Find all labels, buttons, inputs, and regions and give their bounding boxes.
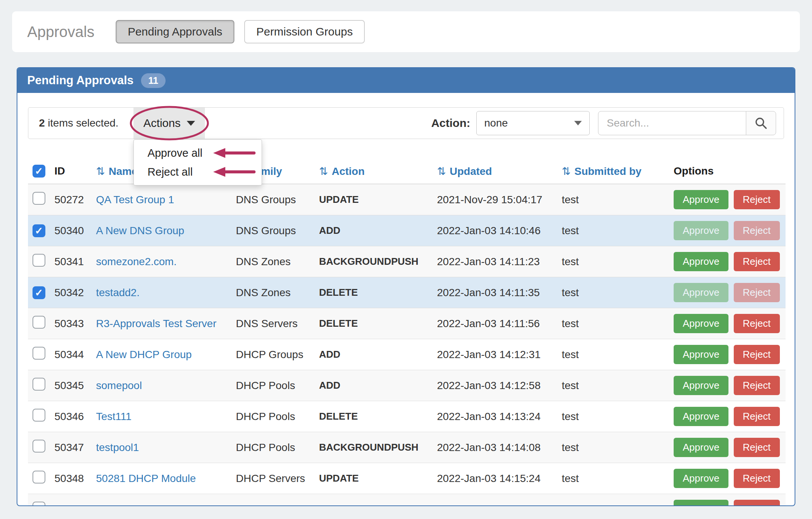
row-updated: 2022-Jan-03 14:10:46	[432, 215, 557, 246]
approve-button[interactable]: Approve	[674, 252, 728, 271]
row-name-link[interactable]: Test Group	[96, 504, 148, 507]
actions-dropdown-button[interactable]: Actions	[133, 108, 205, 139]
row-family: DHCP Groups	[231, 494, 315, 507]
approve-button[interactable]: Approve	[674, 469, 728, 488]
reject-button[interactable]: Reject	[734, 283, 780, 302]
row-updated: 2022-Jan-03 14:12:58	[432, 370, 557, 401]
sort-icon: ⇅	[562, 165, 570, 177]
table-row: 50344 A New DHCP Group DHCP Groups ADD 2…	[28, 339, 786, 370]
approve-button[interactable]: Approve	[674, 221, 728, 240]
table-row: 50340 A New DNS Group DNS Groups ADD 202…	[28, 215, 786, 246]
table-row: 50272 QA Test Group 1 DNS Groups UPDATE …	[28, 184, 786, 215]
column-header-action[interactable]: ⇅Action	[315, 160, 432, 184]
reject-button[interactable]: Reject	[734, 500, 780, 506]
approve-button[interactable]: Approve	[674, 438, 728, 457]
menu-item-reject-all[interactable]: Reject all	[134, 162, 262, 181]
row-checkbox[interactable]	[33, 224, 45, 237]
reject-button[interactable]: Reject	[734, 252, 780, 271]
row-name-link[interactable]: R3-Approvals Test Server	[96, 318, 217, 329]
row-action: ADD	[315, 215, 432, 246]
menu-item-approve-all[interactable]: Approve all	[134, 144, 262, 162]
search-group	[598, 111, 776, 135]
row-updated: 2022-Jan-03 14:15:24	[432, 463, 557, 494]
row-checkbox[interactable]	[33, 440, 45, 453]
approve-button[interactable]: Approve	[674, 314, 728, 333]
row-checkbox[interactable]	[33, 316, 45, 329]
reject-button[interactable]: Reject	[734, 345, 780, 364]
search-input[interactable]	[598, 111, 746, 135]
row-action: UPDATE	[315, 184, 432, 215]
row-name-link[interactable]: somepool	[96, 380, 142, 391]
selection-text: items selected.	[48, 117, 119, 129]
column-header-label: Action	[332, 165, 364, 177]
table-row: 50349 Test Group DHCP Groups UPDATE 2022…	[28, 494, 786, 507]
panel-body: 2items selected. Actions Approve all	[17, 93, 795, 506]
reject-button[interactable]: Reject	[734, 221, 780, 240]
search-button[interactable]	[746, 111, 776, 135]
row-name-link[interactable]: 50281 DHCP Module	[96, 473, 196, 484]
panel-pending-approvals: Pending Approvals 11 2items selected. Ac…	[17, 67, 795, 506]
column-header-label: Updated	[449, 165, 492, 177]
row-name-link[interactable]: QA Test Group 1	[96, 194, 174, 205]
action-filter-select[interactable]: none	[476, 111, 590, 135]
approve-button[interactable]: Approve	[674, 407, 728, 426]
approve-button[interactable]: Approve	[674, 283, 728, 302]
approve-button[interactable]: Approve	[674, 500, 728, 506]
table-row: 50341 somezone2.com. DNS Zones BACKGROUN…	[28, 246, 786, 277]
row-name-link[interactable]: somezone2.com.	[96, 256, 177, 267]
row-action: DELETE	[315, 277, 432, 308]
table-toolbar: 2items selected. Actions Approve all	[28, 107, 784, 139]
panel-title: Pending Approvals	[27, 74, 133, 87]
row-checkbox[interactable]	[33, 192, 45, 205]
reject-button[interactable]: Reject	[734, 438, 780, 457]
table-row: 50347 testpool1 DHCP Pools BACKGROUNDPUS…	[28, 432, 786, 463]
actions-button-label: Actions	[143, 117, 180, 130]
row-action: BACKGROUNDPUSH	[315, 246, 432, 277]
tab-permission-groups[interactable]: Permission Groups	[244, 20, 365, 43]
row-id: 50345	[50, 370, 91, 401]
row-updated: 2022-Jan-03 14:12:31	[432, 339, 557, 370]
row-id: 50349	[50, 494, 91, 507]
row-updated: 2021-Nov-29 15:04:17	[432, 184, 557, 215]
row-id: 50343	[50, 308, 91, 339]
row-submitted-by: test	[557, 277, 669, 308]
select-all-checkbox[interactable]	[33, 165, 45, 178]
row-id: 50346	[50, 401, 91, 432]
row-family: DNS Zones	[231, 246, 315, 277]
row-id: 50341	[50, 246, 91, 277]
row-name-link[interactable]: Test111	[96, 411, 132, 422]
reject-button[interactable]: Reject	[734, 314, 780, 333]
row-name-link[interactable]: testadd2.	[96, 287, 139, 298]
caret-down-icon	[187, 121, 195, 126]
row-family: DHCP Pools	[231, 401, 315, 432]
row-name-link[interactable]: A New DNS Group	[96, 225, 184, 236]
reject-button[interactable]: Reject	[734, 469, 780, 488]
row-checkbox[interactable]	[33, 286, 45, 299]
tab-pending-approvals[interactable]: Pending Approvals	[116, 20, 234, 43]
row-checkbox[interactable]	[33, 378, 45, 391]
row-checkbox[interactable]	[33, 502, 45, 506]
row-name-link[interactable]: testpool1	[96, 442, 139, 453]
row-checkbox[interactable]	[33, 347, 45, 360]
row-checkbox[interactable]	[33, 254, 45, 267]
approve-button[interactable]: Approve	[674, 345, 728, 364]
annotation-arrow-icon	[212, 165, 256, 178]
table-row: 50342 testadd2. DNS Zones DELETE 2022-Ja…	[28, 277, 786, 308]
column-header-updated[interactable]: ⇅Updated	[432, 160, 557, 184]
row-checkbox[interactable]	[33, 409, 45, 422]
approve-button[interactable]: Approve	[674, 190, 728, 209]
sort-icon: ⇅	[96, 165, 105, 177]
reject-button[interactable]: Reject	[734, 190, 780, 209]
app-header: Approvals Pending Approvals Permission G…	[12, 11, 800, 52]
menu-item-label: Approve all	[147, 147, 202, 159]
column-header-submitted-by[interactable]: ⇅Submitted by	[557, 160, 669, 184]
row-submitted-by: test	[557, 308, 669, 339]
reject-button[interactable]: Reject	[734, 407, 780, 426]
approve-button[interactable]: Approve	[674, 376, 728, 395]
row-updated: 2022-Jan-03 14:13:24	[432, 401, 557, 432]
row-name-link[interactable]: A New DHCP Group	[96, 349, 192, 360]
column-header-label: Submitted by	[574, 165, 641, 177]
row-checkbox[interactable]	[33, 471, 45, 483]
reject-button[interactable]: Reject	[734, 376, 780, 395]
row-action: DELETE	[315, 401, 432, 432]
